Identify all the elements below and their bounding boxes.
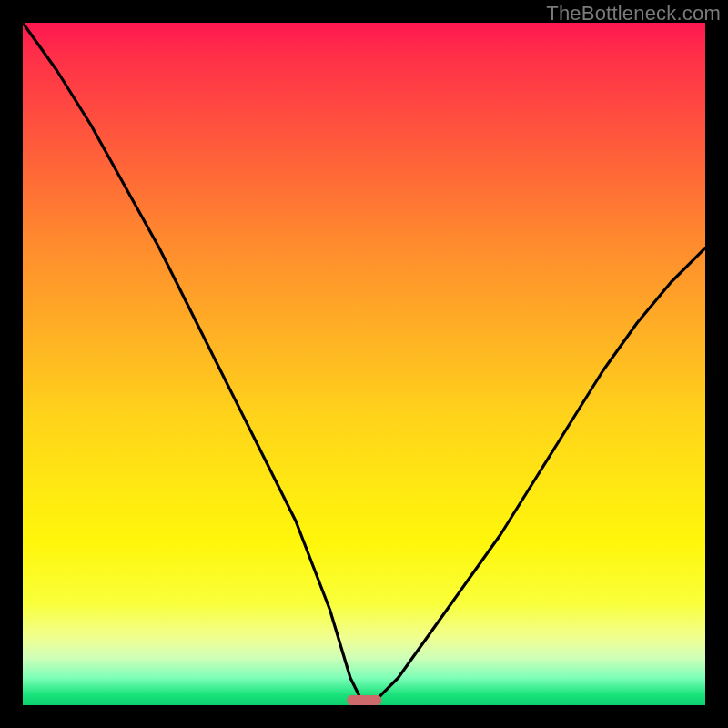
bottleneck-curve xyxy=(23,23,705,705)
chart-frame: TheBottleneck.com xyxy=(0,0,728,728)
optimal-range-marker xyxy=(347,695,381,705)
plot-area xyxy=(23,23,705,705)
